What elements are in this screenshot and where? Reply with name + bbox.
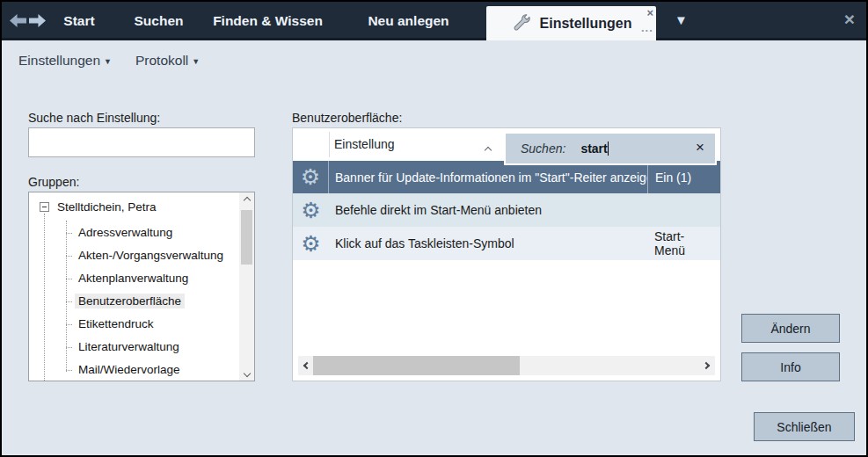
tree-guide-line [66,221,67,372]
tab-einstellungen-label: Einstellungen [540,16,632,32]
menu-protokoll-label: Protokoll [135,53,188,69]
scroll-up-icon[interactable] [239,192,254,207]
tree-stub [66,301,72,302]
tab-finden-wissen[interactable]: Finden & Wissen [205,2,331,40]
table-search-label: Suchen: [521,141,565,156]
info-button[interactable]: Info [741,352,840,381]
tree-root-item[interactable]: Stelltdichein, Petra [57,200,157,214]
forward-arrow-icon[interactable] [29,14,46,27]
setting-value [647,193,720,227]
tree-vertical-scrollbar[interactable] [239,192,254,381]
tree-item-etikettendruck[interactable]: Etikettendruck [75,316,157,331]
tree-stub [66,324,72,325]
table-horizontal-scrollbar[interactable] [298,356,715,375]
setting-gear-icon: ⚙ [293,227,329,260]
tab-start[interactable]: Start [55,2,104,40]
table-row[interactable]: ⚙ Befehle direkt im Start-Menü anbieten [293,193,720,227]
wrench-icon [511,13,532,34]
search-setting-label: Suche nach Einstellung: [28,111,160,125]
settings-search-input[interactable] [28,127,255,157]
tree-item-adressverwaltung[interactable]: Adressverwaltung [75,225,176,240]
scrollbar-thumb[interactable] [313,356,520,375]
tree-stub [66,256,72,257]
groups-tree: Stelltdichein, Petra Adressverwaltung Ak… [28,192,255,381]
tree-item-aktenplanverwaltung[interactable]: Aktenplanverwaltung [75,271,192,286]
tab-einstellungen-active[interactable]: Einstellungen × [486,6,656,40]
tree-stub [66,279,72,279]
tree-stub [66,233,72,234]
tab-suchen[interactable]: Suchen [129,2,188,40]
tree-item-benutzeroberflaeche[interactable]: Benutzeroberfläche [75,294,185,308]
menu-dropdown-icon: ▼ [104,57,112,66]
menu-protokoll[interactable]: Protokoll ▼ [135,53,200,69]
back-arrow-icon[interactable] [10,14,26,27]
setting-name: Klick auf das Taskleisten-Symbol [329,236,647,250]
setting-value: Start-Menü [647,227,720,260]
tab-suchen-label: Suchen [135,13,184,29]
tab-overflow-dots: ... [641,21,653,34]
sort-ascending-icon [485,141,491,156]
titlebar: Start Suchen Finden & Wissen Neu anlegen… [2,2,866,40]
scrollbar-thumb[interactable] [241,210,252,265]
aendern-button[interactable]: Ändern [741,314,840,343]
settings-window: Start Suchen Finden & Wissen Neu anlegen… [0,0,868,457]
scroll-right-icon[interactable] [697,356,715,375]
tab-neu-anlegen-label: Neu anlegen [368,13,449,29]
tree-item-akten-vorgangsverwaltung[interactable]: Akten-/Vorgangsverwaltung [75,248,227,263]
table-row[interactable]: ⚙ Klick auf das Taskleisten-Symbol Start… [293,227,720,260]
text-cursor [608,141,609,156]
tab-finden-wissen-label: Finden & Wissen [213,13,323,29]
setting-gear-icon: ⚙ [293,193,329,227]
window-close-icon[interactable]: × [844,10,855,28]
table-search-value[interactable]: start [580,141,608,156]
schliessen-button[interactable]: Schließen [754,412,855,441]
tree-stub [66,347,72,348]
menu-einstellungen-label: Einstellungen [18,53,100,69]
menu-dropdown-icon: ▼ [192,57,200,66]
settings-table: Einstellung Suchen: start × ⚙ Banner für… [292,127,721,381]
tree-guide-line [44,214,45,381]
tab-dropdown-icon[interactable]: ▼ [675,12,688,27]
column-divider [329,132,330,157]
tree-collapse-icon[interactable] [40,202,49,212]
menubar: Einstellungen ▼ Protokoll ▼ [2,43,866,78]
tab-start-label: Start [63,13,94,29]
scroll-down-icon[interactable] [239,366,254,381]
setting-value: Ein (1) [647,161,720,193]
table-search-text: start [580,141,607,156]
search-close-icon[interactable]: × [696,140,704,155]
tab-neu-anlegen[interactable]: Neu anlegen [368,2,449,40]
menu-einstellungen[interactable]: Einstellungen ▼ [18,53,112,69]
tree-stub [66,370,72,371]
setting-name: Banner für Update-Informationen im "Star… [329,170,647,185]
setting-gear-icon: ⚙ [293,161,329,193]
tree-item-literaturverwaltung[interactable]: Literaturverwaltung [75,339,183,354]
tree-item-mail-wiedervorlage[interactable]: Mail/Wiedervorlage [75,362,184,377]
setting-name: Befehle direkt im Start-Menü anbieten [329,203,647,217]
groups-label: Gruppen: [28,175,79,189]
nav-arrows [10,14,46,27]
column-header-einstellung: Einstellung [334,137,395,151]
table-row-selected[interactable]: ⚙ Banner für Update-Informationen im "St… [293,161,720,193]
table-search-overlay[interactable]: Suchen: start × [504,132,717,165]
panel-title: Benutzeroberfläche: [292,111,402,125]
tab-close-icon[interactable]: × [646,7,653,18]
